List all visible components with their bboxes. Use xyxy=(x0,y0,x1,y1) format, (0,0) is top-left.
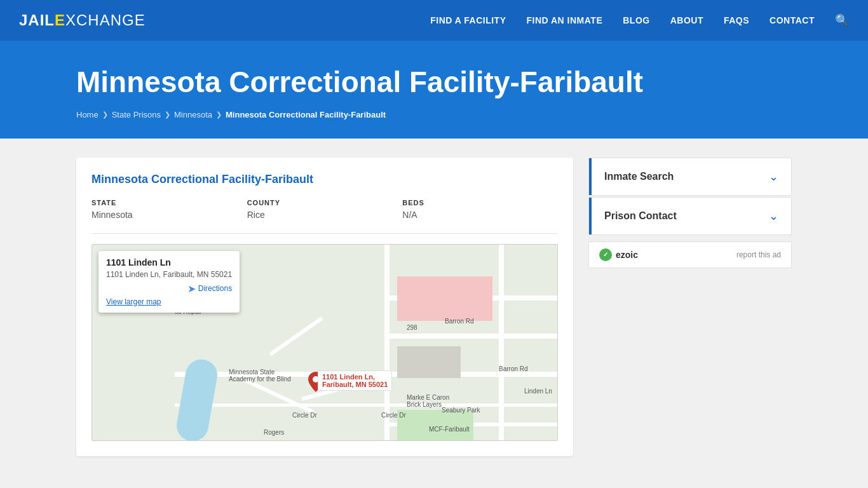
map-popup-address: 1101 Linden Ln, Faribault, MN 55021 xyxy=(106,270,232,279)
county-info: COUNTY Rice xyxy=(247,199,403,220)
map-road xyxy=(384,334,558,339)
beds-value: N/A xyxy=(402,210,417,220)
prison-contact-accordion: Prison Contact ⌄ xyxy=(588,197,792,235)
logo[interactable]: JAILE XCHANGE xyxy=(19,11,146,29)
map-road xyxy=(499,245,504,441)
map-popup: 1101 Linden Ln 1101 Linden Ln, Faribault… xyxy=(98,251,240,313)
state-value: Minnesota xyxy=(92,210,133,220)
hero-banner: Minnesota Correctional Facility-Faribaul… xyxy=(0,41,868,139)
breadcrumb-state[interactable]: Minnesota xyxy=(174,110,212,119)
page-title: Minnesota Correctional Facility-Faribaul… xyxy=(76,66,792,98)
map-container[interactable]: 1 Ave SE 3rd St SE Barron Rd Barron Rd 1… xyxy=(92,244,558,441)
beds-info: BEDS N/A xyxy=(402,199,558,220)
map-label-barron: Barron Rd xyxy=(499,365,528,372)
breadcrumb-state-prisons[interactable]: State Prisons xyxy=(112,110,161,119)
inmate-search-header[interactable]: Inmate Search ⌄ xyxy=(589,158,791,195)
map-label-circledr: Circle Dr xyxy=(292,412,317,419)
breadcrumb: Home ❯ State Prisons ❯ Minnesota ❯ Minne… xyxy=(76,110,792,119)
nav-find-facility[interactable]: FIND A FACILITY xyxy=(430,15,506,26)
facility-name: Minnesota Correctional Facility-Faribaul… xyxy=(92,173,558,186)
map-label-mcf: MCF-Faribault xyxy=(429,426,470,433)
breadcrumb-sep-2: ❯ xyxy=(165,111,170,119)
nav-faqs[interactable]: FAQs xyxy=(724,15,749,26)
directions-icon: ➤ xyxy=(187,283,196,295)
ezoic-label: ezoic xyxy=(616,250,638,260)
state-info: STATE Minnesota xyxy=(92,199,247,220)
map-directions-link[interactable]: ➤ Directions xyxy=(187,283,232,295)
report-ad-link[interactable]: report this ad xyxy=(736,250,781,259)
map-block xyxy=(397,276,492,321)
breadcrumb-current: Minnesota Correctional Facility-Faribaul… xyxy=(226,110,386,119)
inmate-search-label: Inmate Search xyxy=(604,171,674,182)
beds-label: BEDS xyxy=(402,199,558,207)
prison-contact-chevron: ⌄ xyxy=(769,209,778,223)
breadcrumb-home[interactable]: Home xyxy=(76,110,98,119)
logo-jail: JAILE xyxy=(19,11,65,29)
map-block xyxy=(397,346,461,378)
nav-about[interactable]: ABOUT xyxy=(670,15,703,26)
divider xyxy=(92,233,558,234)
navbar: JAILE XCHANGE FIND A FACILITY FIND AN IN… xyxy=(0,0,868,41)
map-label-academy: Minnesota StateAcademy for the Blind xyxy=(229,369,291,383)
logo-exchange: XCHANGE xyxy=(65,11,146,29)
facility-info-grid: STATE Minnesota COUNTY Rice BEDS N/A xyxy=(92,199,558,220)
nav-find-inmate[interactable]: FIND AN INMATE xyxy=(526,15,602,26)
state-label: STATE xyxy=(92,199,247,207)
logo-x-letter: E xyxy=(55,11,65,29)
inmate-search-accordion: Inmate Search ⌄ xyxy=(588,158,792,196)
main-content: Minnesota Correctional Facility-Faribaul… xyxy=(0,139,868,475)
nav-blog[interactable]: BLOG xyxy=(623,15,649,26)
county-value: Rice xyxy=(247,210,265,220)
nav-search-icon[interactable]: 🔍 xyxy=(835,13,849,27)
map-label-rogers: Rogers xyxy=(264,429,284,436)
ezoic-icon: ✓ xyxy=(599,248,612,261)
map-label-lindenln: Linden Ln xyxy=(524,388,552,395)
nav-contact[interactable]: CONTACT xyxy=(770,15,815,26)
inmate-search-chevron: ⌄ xyxy=(769,170,778,184)
ezoic-logo: ✓ ezoic xyxy=(599,248,638,261)
prison-contact-header[interactable]: Prison Contact ⌄ xyxy=(589,198,791,234)
view-larger-map-link[interactable]: View larger map xyxy=(106,297,232,306)
nav-links: FIND A FACILITY FIND AN INMATE BLOG ABOU… xyxy=(430,13,849,27)
prison-contact-label: Prison Contact xyxy=(604,210,677,222)
map-label-barronrd: Barron Rd xyxy=(445,318,474,325)
breadcrumb-sep-3: ❯ xyxy=(216,111,222,119)
map-label-298: 298 xyxy=(407,324,417,331)
breadcrumb-sep-1: ❯ xyxy=(102,111,108,119)
map-pin-label: 1101 Linden Ln,Faribault, MN 55021 xyxy=(318,370,392,391)
ezoic-bar: ✓ ezoic report this ad xyxy=(588,241,792,268)
map-label-circledr2: Circle Dr xyxy=(381,412,406,419)
county-label: COUNTY xyxy=(247,199,403,207)
sidebar: Inmate Search ⌄ Prison Contact ⌄ ✓ ezoic… xyxy=(588,158,792,456)
map-label-marke: Marke E CaronBrick Layers xyxy=(407,394,449,408)
facility-panel: Minnesota Correctional Facility-Faribaul… xyxy=(76,158,573,456)
map-popup-title: 1101 Linden Ln xyxy=(106,257,232,268)
